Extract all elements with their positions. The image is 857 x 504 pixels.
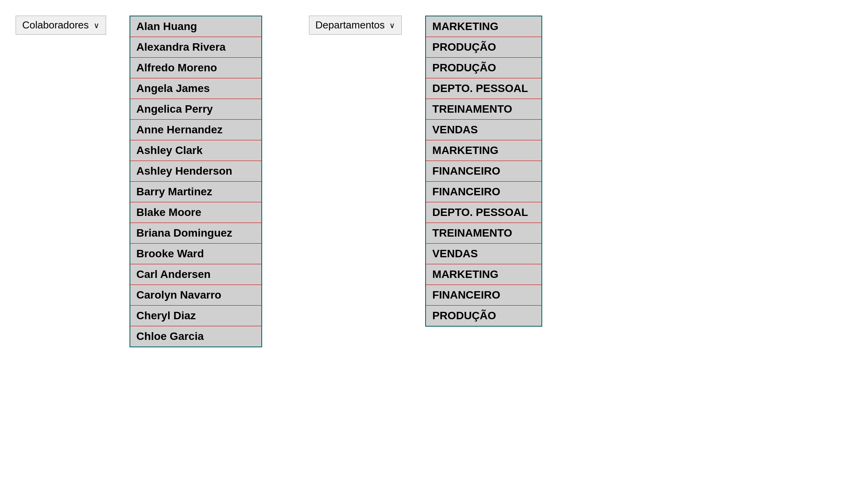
colaboradores-list-item[interactable]: Angela James [130, 78, 261, 99]
departamentos-list-item[interactable]: DEPTO. PESSOAL [426, 202, 541, 223]
departamentos-list-section: MARKETINGPRODUÇÃOPRODUÇÃODEPTO. PESSOALT… [425, 16, 542, 327]
colaboradores-list-item[interactable]: Briana Dominguez [130, 223, 261, 244]
colaboradores-list-item[interactable]: Carl Andersen [130, 264, 261, 285]
colaboradores-section: Colaboradores ∨ [16, 16, 106, 35]
departamentos-list-item[interactable]: TREINAMENTO [426, 223, 541, 244]
departamentos-list-item[interactable]: FINANCEIRO [426, 285, 541, 306]
colaboradores-list-item[interactable]: Barry Martinez [130, 182, 261, 202]
departamentos-dropdown[interactable]: Departamentos ∨ [309, 16, 402, 35]
colaboradores-list-item[interactable]: Blake Moore [130, 202, 261, 223]
departamentos-list-item[interactable]: FINANCEIRO [426, 161, 541, 182]
colaboradores-list-item[interactable]: Alan Huang [130, 16, 261, 37]
departamentos-section: Departamentos ∨ [309, 16, 402, 35]
colaboradores-list-item[interactable]: Alexandra Rivera [130, 37, 261, 58]
departamentos-list-item[interactable]: FINANCEIRO [426, 182, 541, 202]
colaboradores-dropdown-label: Colaboradores [22, 19, 89, 31]
colaboradores-dropdown[interactable]: Colaboradores ∨ [16, 16, 106, 35]
departamentos-list-item[interactable]: VENDAS [426, 120, 541, 140]
departamentos-list-item[interactable]: VENDAS [426, 244, 541, 264]
colaboradores-list-item[interactable]: Anne Hernandez [130, 120, 261, 140]
departamentos-dropdown-label: Departamentos [316, 19, 385, 31]
colaboradores-listbox: Alan HuangAlexandra RiveraAlfredo Moreno… [130, 16, 262, 347]
colaboradores-chevron-icon: ∨ [94, 21, 99, 30]
main-container: Colaboradores ∨ Alan HuangAlexandra Rive… [8, 8, 849, 355]
colaboradores-list-item[interactable]: Angelica Perry [130, 99, 261, 120]
departamentos-list-item[interactable]: PRODUÇÃO [426, 37, 541, 58]
colaboradores-list-section: Alan HuangAlexandra RiveraAlfredo Moreno… [130, 16, 262, 347]
colaboradores-list-item[interactable]: Ashley Clark [130, 140, 261, 161]
departamentos-chevron-icon: ∨ [389, 21, 395, 30]
colaboradores-list-item[interactable]: Chloe Garcia [130, 326, 261, 347]
departamentos-listbox: MARKETINGPRODUÇÃOPRODUÇÃODEPTO. PESSOALT… [425, 16, 542, 327]
departamentos-list-item[interactable]: PRODUÇÃO [426, 58, 541, 78]
colaboradores-list-item[interactable]: Carolyn Navarro [130, 285, 261, 306]
departamentos-list-item[interactable]: TREINAMENTO [426, 99, 541, 120]
departamentos-list-item[interactable]: MARKETING [426, 16, 541, 37]
departamentos-list-item[interactable]: DEPTO. PESSOAL [426, 78, 541, 99]
departamentos-list-item[interactable]: MARKETING [426, 140, 541, 161]
departamentos-list-item[interactable]: PRODUÇÃO [426, 306, 541, 326]
departamentos-list-item[interactable]: MARKETING [426, 264, 541, 285]
colaboradores-list-item[interactable]: Ashley Henderson [130, 161, 261, 182]
colaboradores-list-item[interactable]: Cheryl Diaz [130, 306, 261, 326]
colaboradores-list-item[interactable]: Brooke Ward [130, 244, 261, 264]
colaboradores-list-item[interactable]: Alfredo Moreno [130, 58, 261, 78]
